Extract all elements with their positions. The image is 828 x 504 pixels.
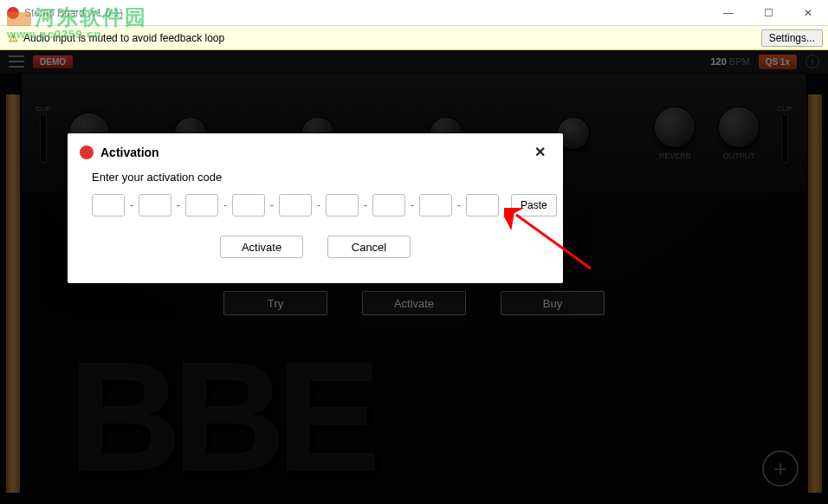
notification-bar: ⚠ Audio input is muted to avoid feedback… (0, 26, 828, 50)
code-field-1[interactable] (92, 194, 125, 216)
code-field-5[interactable] (279, 194, 312, 216)
window-title: Stomp Board (v1.0.1) (24, 7, 123, 19)
code-field-3[interactable] (185, 194, 218, 216)
dialog-close-button[interactable]: ✕ (529, 142, 551, 162)
window-close-button[interactable]: ✕ (788, 0, 828, 26)
warning-icon: ⚠ (9, 32, 18, 44)
paste-button[interactable]: Paste (511, 194, 557, 216)
code-field-4[interactable] (232, 194, 265, 216)
app-icon (7, 7, 19, 19)
code-field-7[interactable] (372, 194, 405, 216)
notification-text: Audio input is muted to avoid feedback l… (23, 32, 224, 44)
dialog-title: Activation (100, 145, 159, 159)
window-titlebar: Stomp Board (v1.0.1) — ☐ ✕ (0, 0, 828, 26)
maximize-button[interactable]: ☐ (748, 0, 788, 26)
minimize-button[interactable]: — (708, 0, 748, 26)
activation-code-row: - - - - - - - - Paste (92, 194, 539, 216)
dialog-app-icon (80, 145, 94, 159)
code-field-2[interactable] (139, 194, 171, 216)
code-field-6[interactable] (326, 194, 359, 216)
code-field-9[interactable] (466, 194, 499, 216)
settings-button[interactable]: Settings... (761, 29, 823, 47)
activation-dialog: Activation ✕ Enter your activation code … (68, 133, 563, 283)
dialog-cancel-button[interactable]: Cancel (327, 236, 411, 258)
dialog-prompt: Enter your activation code (92, 171, 539, 184)
dialog-activate-button[interactable]: Activate (220, 236, 303, 258)
code-field-8[interactable] (419, 194, 452, 216)
